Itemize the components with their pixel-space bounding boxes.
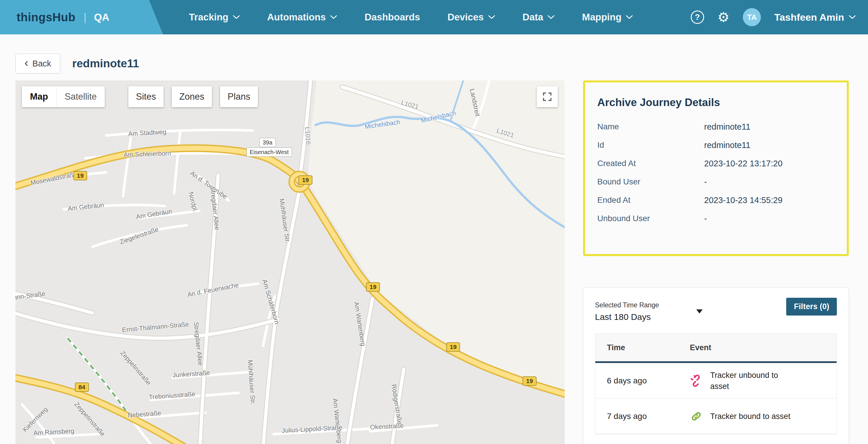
chevron-down-icon: [626, 15, 633, 19]
detail-row: Unbound User -: [597, 214, 835, 224]
street-label: Julius-Lippold-Straße: [281, 424, 342, 434]
user-name: Tashfeen Amin: [774, 12, 844, 23]
caret-down-icon[interactable]: [696, 309, 703, 314]
street-label: Okenstraße: [370, 422, 404, 431]
map-box-label: 39a: [259, 138, 275, 147]
street-label: Ziegeleistraße: [119, 226, 159, 246]
map-labels-layer: Am StadtwegAm SchleierbornMosewaldstraße…: [16, 81, 565, 444]
nav-item-label: Automations: [267, 12, 326, 23]
street-label: Rödigerstraße: [390, 384, 403, 425]
street-label: Am Wartenberg: [352, 301, 367, 347]
detail-value: -: [704, 214, 835, 224]
fullscreen-icon: [542, 92, 552, 102]
detail-row: Ended At 2023-10-23 14:55:29: [597, 196, 835, 205]
unlink-icon: [690, 374, 703, 387]
street-label: Am Stadtweg: [128, 128, 166, 138]
nav-item-automations[interactable]: Automations: [253, 0, 351, 34]
detail-value: 2023-10-22 13:17:20: [704, 159, 835, 168]
event-description: Tracker unbound to asset: [710, 370, 798, 392]
nav-item-data[interactable]: Data: [509, 0, 568, 34]
link-icon: [690, 410, 703, 423]
detail-row: Bound User -: [597, 177, 835, 187]
avatar[interactable]: TA: [743, 8, 761, 26]
fullscreen-button[interactable]: [537, 86, 558, 107]
user-menu[interactable]: Tashfeen Amin: [774, 12, 856, 23]
nav-item-label: Dashboards: [365, 12, 420, 23]
event-time: 7 days ago: [607, 412, 690, 421]
map-view-button[interactable]: Map: [22, 86, 56, 107]
detail-label: Created At: [597, 159, 704, 168]
details-title: Archive Journey Details: [597, 96, 835, 109]
nav-item-devices[interactable]: Devices: [434, 0, 509, 34]
street-label: Zeppelinstraße: [73, 401, 106, 438]
filters-button[interactable]: Filters (0): [786, 298, 837, 316]
events-panel: Selected Time Range Last 180 Days Filter…: [583, 288, 849, 444]
nav-item-mapping[interactable]: Mapping: [568, 0, 647, 34]
street-label: Junkerstraße: [172, 369, 210, 379]
street-label: Am Schäferborn: [261, 278, 281, 325]
sites-button[interactable]: Sites: [128, 86, 163, 107]
back-button[interactable]: ‹ Back: [16, 54, 60, 73]
water-label: Michelsbach: [364, 118, 401, 131]
brand-block[interactable]: thingsHub | QA: [0, 0, 163, 34]
nav-item-tracking[interactable]: Tracking: [175, 0, 253, 34]
time-range-label: Selected Time Range: [595, 301, 659, 309]
event-row[interactable]: 7 days ago Tracker bound to asset: [595, 398, 837, 434]
route-shield: 19: [366, 282, 380, 292]
water-label: Michelsbach: [420, 109, 457, 124]
street-label: Treboniusstraße: [149, 390, 195, 401]
detail-label: Unbound User: [597, 214, 704, 224]
route-shield: 19: [73, 171, 87, 180]
chevron-left-icon: ‹: [25, 59, 28, 67]
detail-row: Name redminote11: [597, 122, 835, 132]
map-type-toggle: Map Satellite: [22, 86, 105, 107]
street-label: Landstreit: [468, 88, 482, 117]
plans-button[interactable]: Plans: [220, 86, 258, 107]
detail-label: Name: [597, 122, 704, 132]
satellite-view-button[interactable]: Satellite: [56, 86, 105, 107]
street-label: Nordpl.: [187, 191, 199, 213]
nav-item-label: Mapping: [582, 12, 621, 23]
street-label: L1021: [496, 127, 515, 140]
column-header-event: Event: [690, 343, 837, 352]
street-label: Nebestraße: [127, 409, 161, 419]
map-canvas[interactable]: Am StadtwegAm SchleierbornMosewaldstraße…: [16, 81, 565, 444]
help-icon[interactable]: ?: [691, 10, 704, 24]
event-description: Tracker bound to asset: [710, 411, 798, 422]
street-label: Stregdaer Allee: [192, 321, 205, 366]
gear-icon[interactable]: ⚙: [717, 10, 730, 24]
detail-value: redminote11: [704, 122, 835, 132]
map-box-label: Eisenach-West: [247, 147, 292, 156]
street-label: Am Ramsberg: [33, 427, 74, 437]
range-row: Selected Time Range Last 180 Days Filter…: [595, 298, 837, 322]
archive-journey-details-panel: Archive Journey Details Name redminote11…: [583, 81, 849, 256]
street-label: Am Schleierborn: [123, 150, 171, 159]
top-navbar: thingsHub | QA Tracking Automations Dash…: [0, 0, 868, 34]
route-shield: 84: [75, 383, 89, 392]
detail-value: 2023-10-23 14:55:29: [704, 196, 835, 205]
back-button-label: Back: [32, 59, 51, 68]
events-table: Time Event 6 days ago Tracker unbound to…: [595, 333, 837, 434]
event-time: 6 days ago: [607, 376, 690, 385]
street-label: L1016: [303, 126, 312, 145]
app-logo[interactable]: thingsHub: [17, 11, 75, 24]
street-label: Ernst-Thälmann-Straße: [122, 321, 189, 334]
zones-button[interactable]: Zones: [172, 86, 212, 107]
time-range-select[interactable]: Selected Time Range Last 180 Days: [595, 298, 659, 322]
event-row[interactable]: 6 days ago Tracker unbound to asset: [595, 363, 837, 398]
chevron-down-icon: [330, 15, 337, 19]
nav-item-label: Data: [523, 12, 544, 23]
route-shield: 19: [446, 342, 460, 352]
street-label: Mosewaldstraße: [30, 171, 78, 187]
street-label: Am Wartenberg: [331, 398, 343, 443]
chevron-down-icon: [849, 15, 856, 19]
page-title: redminote11: [72, 57, 139, 70]
chevron-down-icon: [548, 15, 555, 19]
street-label: Mühlhäuser Str.: [246, 359, 257, 405]
detail-value: redminote11: [704, 141, 835, 150]
detail-row: Id redminote11: [597, 141, 835, 150]
events-table-header: Time Event: [595, 334, 837, 363]
nav-item-dashboards[interactable]: Dashboards: [351, 0, 434, 34]
street-label: Am Gebräun: [135, 208, 172, 221]
street-label: Am Gebräun: [67, 201, 104, 213]
